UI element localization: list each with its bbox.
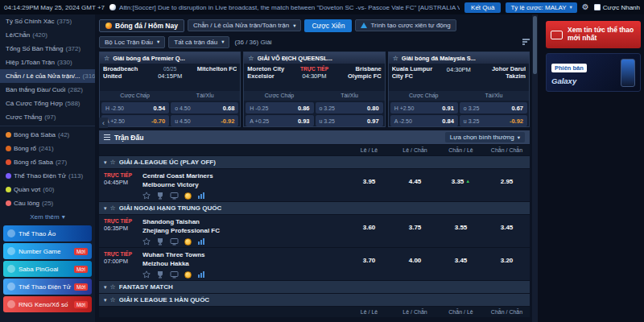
live-badge: TRỰC TIẾP [104, 218, 142, 224]
stats-chart-icon[interactable] [197, 270, 205, 279]
all-matches-select[interactable]: Tất cả trận đấu▾ [168, 36, 229, 48]
away-team: Johor Darul Takzim [479, 66, 526, 89]
sidebar-item-odd-even[interactable]: Lẻ/Chẵn(420) [0, 28, 95, 42]
promo-virtual-sports[interactable]: Thể Thao Ảo [3, 225, 92, 242]
live-stream-icon[interactable] [170, 192, 179, 200]
handicap-home-odds-button[interactable]: H -2.500.54 [101, 102, 169, 114]
coin-icon[interactable] [184, 238, 192, 246]
odds-even-even[interactable]: 2.95 [484, 178, 530, 185]
featured-league-header[interactable]: ☆ Giải bóng đá Malaysia S... [389, 52, 529, 64]
sidebar-item-saba-soccer[interactable]: Bóng Đá Saba(42) [0, 128, 95, 142]
odds-odd-even[interactable]: 4.45 [392, 178, 438, 185]
trophy-icon[interactable] [156, 237, 164, 246]
promo-esports[interactable]: Thể Thao Điện TửMới [3, 279, 92, 295]
featured-match-card: ☆ Giải bóng đá Malaysia S... Kuala Lumpu… [388, 52, 530, 127]
handicap-away-odds-button[interactable]: A -2.500.84 [390, 115, 458, 126]
star-icon: ☆ [248, 55, 254, 62]
trophy-icon[interactable] [156, 270, 164, 279]
mix-parlay-button[interactable]: Cược Xiên [304, 19, 352, 32]
trophy-icon[interactable] [156, 192, 164, 200]
view-mode-select[interactable]: Lựa chọn bình thường▾ [445, 132, 525, 142]
league-name: Giải bóng đá Malaysia S... [402, 55, 476, 62]
league-section-a-league[interactable]: ▾ ☆ GIẢI A-LEAGUE ÚC (PLAY OFF) [99, 156, 530, 168]
league-section-k-league[interactable]: ▾ ☆ GIẢI K LEAGUE 1 HÀN QUỐC [99, 294, 530, 306]
sidebar-item-mix-parlay[interactable]: Cá Cược Tổng Hợp(588) [0, 97, 95, 110]
match-time: 04:30PM [302, 72, 326, 80]
handicap-column-label: Cược Chấp [244, 91, 314, 101]
odds-odd-odd[interactable]: 3.95 [346, 178, 392, 185]
sidebar-item-odd-even-half-full[interactable]: Chẵn / Lẻ của Nửa trận/...(316) [0, 69, 95, 83]
sort-icon[interactable] [522, 39, 530, 45]
scrollbar-thumb[interactable] [533, 16, 537, 74]
over-odds-button[interactable]: o 4.500.68 [171, 102, 238, 114]
promo-number-game[interactable]: Number GameMới [3, 243, 92, 259]
parlay-generator-link[interactable]: Trình tạo cược xiên tự động [355, 19, 456, 31]
gear-icon[interactable]: ⚙ [582, 3, 589, 11]
over-odds-button[interactable]: o 3.250.80 [316, 102, 383, 114]
under-odds-button[interactable]: u 4.50-0.92 [171, 115, 238, 126]
live-stream-icon[interactable] [170, 270, 179, 279]
favorite-star-icon[interactable] [142, 192, 151, 200]
away-team: Brisbane Olympic FC [335, 66, 382, 89]
under-odds-button[interactable]: u 3.250.97 [316, 115, 383, 126]
galaxy-promo-banner[interactable]: Phiên bản Galaxy [546, 53, 641, 92]
promo-saba-pingoal[interactable]: Saba PinGoalMới [3, 261, 92, 277]
show-more-link[interactable]: Xem thêm▾ [0, 210, 95, 224]
over-odds-button[interactable]: o 3.250.67 [460, 102, 527, 114]
coin-icon[interactable] [184, 271, 192, 279]
basketball-icon [6, 146, 11, 151]
coin-icon[interactable] [184, 192, 192, 200]
tab-soccer-today[interactable]: Bóng đá / Hôm Nay [99, 19, 184, 32]
odds-even-odd[interactable]: 3.45 [438, 257, 484, 264]
odds-odd-even[interactable]: 4.00 [392, 257, 438, 264]
odds-odd-even[interactable]: 3.75 [392, 224, 438, 231]
featured-league-header[interactable]: ☆ GIẢI VÔ ĐỊCH QUEENSL... [244, 52, 384, 64]
menu-icon[interactable] [104, 134, 110, 140]
odds-odd-odd[interactable]: 3.70 [346, 257, 392, 264]
match-filter-select[interactable]: Bộ Lọc Trận Đấu▾ [99, 36, 165, 48]
sidebar-item-esports[interactable]: Thể Thao Điện Tử(113) [0, 169, 95, 183]
quick-bet-checkbox[interactable] [594, 4, 601, 10]
sidebar-item-badminton[interactable]: Cầu lông(25) [0, 196, 95, 210]
quick-bet-label: Cược Nhanh [603, 4, 640, 11]
favorite-star-icon[interactable] [142, 237, 151, 246]
sidebar-item-ht-ft[interactable]: Hiệp 1/Toàn Trận(330) [0, 56, 95, 69]
sidebar-item-first-last-goal[interactable]: Bàn thắng Đầu/ Cuối(282) [0, 83, 95, 97]
quick-bet-toggle[interactable]: Cược Nhanh [594, 4, 640, 11]
under-odds-button[interactable]: u 3.25-0.92 [460, 115, 527, 126]
promo-rng-keno[interactable]: RNG Keno/Xổ sốMới [3, 296, 92, 312]
favorite-star-icon[interactable] [142, 270, 151, 279]
sidebar-item-total-goals[interactable]: Tổng Số Bàn Thắng(372) [0, 42, 95, 56]
results-button[interactable]: Kết Quả [464, 2, 501, 13]
sidebar-item-outright[interactable]: Cược Thắng(97) [0, 110, 95, 124]
odds-odd-odd[interactable]: 3.60 [346, 224, 392, 231]
sidebar-item-tennis[interactable]: Quần vợt(60) [0, 183, 95, 196]
handicap-home-odds-button[interactable]: H +2.500.91 [390, 102, 458, 114]
odds-type-select[interactable]: Tỷ lệ cược: MALAY ▾ [506, 2, 576, 13]
odds-even-odd[interactable]: 3.35▲ [438, 178, 484, 185]
star-icon: ☆ [393, 55, 398, 62]
carousel-prev-button[interactable]: ‹ [99, 118, 108, 128]
announcement-ticker[interactable]: Attn:[Soccer] Due to disruption in Live … [109, 4, 460, 11]
market-type-select[interactable]: Chẵn / Lẻ của Nửa trận/Toàn trận▾ [188, 19, 301, 31]
handicap-away-odds-button[interactable]: A +0.250.93 [246, 115, 313, 126]
league-section-china[interactable]: ▾ ☆ GIẢI NGOẠI HẠNG TRUNG QUỐC [99, 202, 530, 214]
sidebar-item-correct-score[interactable]: Tỷ Số Chính Xác(375) [0, 14, 95, 28]
odds-even-even[interactable]: 3.20 [484, 257, 530, 264]
chevron-down-icon: ▾ [518, 134, 520, 141]
stats-chart-icon[interactable] [197, 237, 205, 246]
league-section-fantasy[interactable]: ▾ ☆ FANTASY MATCH [99, 281, 530, 293]
live-stream-icon[interactable] [170, 237, 179, 246]
featured-league-header[interactable]: ☆ Giải bóng đá Premier Q... [100, 52, 240, 64]
news-banner[interactable]: Xem tin tức thể thao mới nhất [546, 21, 641, 48]
sidebar-item-saba-basketball[interactable]: Bóng rổ Saba(27) [0, 155, 95, 169]
announcement-text: Attn:[Soccer] Due to disruption in Live … [119, 4, 460, 11]
odds-even-odd[interactable]: 3.55 [438, 224, 484, 231]
odds-even-even[interactable]: 3.45 [484, 224, 530, 231]
handicap-home-odds-button[interactable]: H -0.250.86 [246, 102, 313, 114]
chevron-down-icon: ▾ [104, 297, 107, 303]
scrollbar[interactable] [532, 14, 538, 322]
handicap-away-odds-button[interactable]: A +2.50-0.70 [101, 115, 169, 126]
sidebar-item-basketball[interactable]: Bóng rổ(241) [0, 142, 95, 155]
stats-chart-icon[interactable] [197, 192, 205, 200]
